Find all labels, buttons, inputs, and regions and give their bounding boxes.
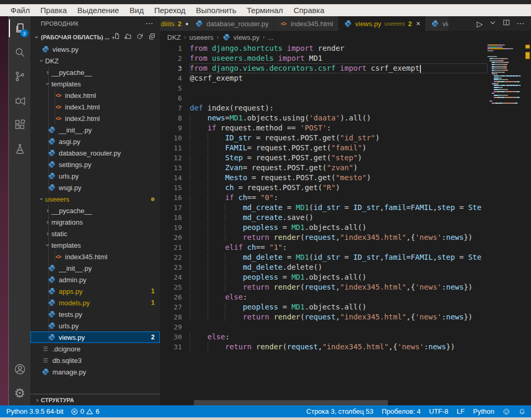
code-line-10[interactable]: 10 ID_str = request.POST.get("id_str") bbox=[160, 133, 487, 143]
python-interpreter-status[interactable]: Python 3.9.5 64-bit bbox=[6, 407, 63, 415]
code-line-21[interactable]: 21 elif ch== "1": bbox=[160, 242, 487, 252]
tree-item-DKZ[interactable]: ›DKZ bbox=[30, 55, 160, 67]
tab-vie[interactable]: vie bbox=[426, 16, 449, 31]
workspace-section-header[interactable]: › (РАБОЧАЯ ОБЛАСТЬ) ... bbox=[30, 31, 160, 43]
code-line-18[interactable]: 18 md_create.save() bbox=[160, 213, 487, 223]
code-line-8[interactable]: 8 news=MD1.objects.using('daata').all() bbox=[160, 113, 487, 123]
menu-item-выполнить[interactable]: Выполнить bbox=[191, 6, 242, 15]
breadcrumb-item-...[interactable]: ... bbox=[268, 34, 274, 41]
tree-item-asgi.py[interactable]: asgi.py bbox=[30, 136, 160, 147]
tree-item-index1.html[interactable]: <>index1.html bbox=[30, 101, 160, 113]
menu-item-терминал[interactable]: Терминал bbox=[242, 6, 288, 15]
tab-diiits[interactable]: diiits2● bbox=[160, 16, 190, 31]
tree-item-tests.py[interactable]: tests.py bbox=[30, 308, 160, 320]
menu-item-справка[interactable]: Справка bbox=[288, 6, 330, 15]
more-actions-icon[interactable]: ⋯ bbox=[516, 19, 525, 28]
tree-item-__pycache__[interactable]: ›__pycache__ bbox=[30, 205, 160, 216]
menu-item-правка[interactable]: Правка bbox=[35, 6, 72, 15]
tree-item-templates[interactable]: ›templates bbox=[30, 239, 160, 251]
code-line-9[interactable]: 9 if request.method == 'POST': bbox=[160, 123, 487, 133]
code-line-14[interactable]: 14 Mesto = request.POST.get("mesto") bbox=[160, 173, 487, 183]
code-line-5[interactable]: 5 bbox=[160, 83, 487, 93]
code-line-25[interactable]: 25 return render(request,"index345.html"… bbox=[160, 282, 487, 292]
code-line-23[interactable]: 23 md_delete.delete() bbox=[160, 262, 487, 272]
activity-settings-gear-icon[interactable]: ⚙ bbox=[9, 381, 30, 405]
code-line-20[interactable]: 20 return render(request,"index345.html"… bbox=[160, 233, 487, 242]
tree-item-settings.py[interactable]: settings.py bbox=[30, 159, 160, 170]
tab-database_roouter.py[interactable]: database_roouter.py bbox=[190, 16, 274, 31]
tree-item-apps.py[interactable]: apps.py1 bbox=[30, 285, 160, 297]
tab-views.py[interactable]: views.pyuseeers2× bbox=[339, 16, 426, 31]
code-line-13[interactable]: 13 Zvan= request.POST.get("zvan") bbox=[160, 163, 487, 173]
code-line-2[interactable]: 2from useeers.models import MD1 bbox=[160, 53, 487, 63]
refresh-icon[interactable] bbox=[136, 32, 144, 42]
tree-item-templates[interactable]: ›templates bbox=[30, 78, 160, 90]
code-line-31[interactable]: 31 return render(request,"index345.html"… bbox=[160, 342, 487, 352]
code-line-28[interactable]: 28 return render(request,"index345.html"… bbox=[160, 312, 487, 322]
code-line-12[interactable]: 12 Step = request.POST.get("step") bbox=[160, 153, 487, 163]
activity-run-debug-icon[interactable] bbox=[9, 89, 30, 113]
tree-item-static[interactable]: ›static bbox=[30, 228, 160, 239]
code-line-1[interactable]: 1from django.shortcuts import render bbox=[160, 43, 487, 53]
code-line-19[interactable]: 19 peopless = MD1.objects.all() bbox=[160, 223, 487, 233]
run-button[interactable]: ▷ bbox=[476, 20, 483, 28]
activity-testing-icon[interactable] bbox=[9, 137, 30, 161]
tree-item-views.py[interactable]: views.py bbox=[30, 43, 160, 55]
breadcrumb-item-views.py[interactable]: views.py bbox=[222, 34, 259, 41]
code-line-7[interactable]: 7def index(request): bbox=[160, 103, 487, 113]
tree-item-__init__.py[interactable]: __init__.py bbox=[30, 262, 160, 274]
tree-item-__init__.py[interactable]: __init__.py bbox=[30, 124, 160, 136]
tree-item-manage.py[interactable]: manage.py bbox=[30, 366, 160, 378]
tree-item-__pycache__[interactable]: ›__pycache__ bbox=[30, 67, 160, 78]
breadcrumb-item-DKZ[interactable]: DKZ bbox=[167, 34, 181, 41]
code-lines[interactable]: 1from django.shortcuts import render2fro… bbox=[160, 43, 487, 400]
activity-search-icon[interactable] bbox=[9, 40, 30, 64]
tree-item-db.sqlite3[interactable]: ☰db.sqlite3 bbox=[30, 355, 160, 366]
tree-item-wsgi.py[interactable]: wsgi.py bbox=[30, 182, 160, 193]
code-line-4[interactable]: 4@csrf_exempt bbox=[160, 73, 487, 83]
status-item-utf-8[interactable]: UTF-8 bbox=[429, 407, 449, 415]
activity-source-control-icon[interactable] bbox=[9, 64, 30, 89]
code-line-17[interactable]: 17 md_create = MD1(id_str = ID_str,famil… bbox=[160, 203, 487, 213]
activity-extensions-icon[interactable] bbox=[9, 113, 30, 137]
status-item-python[interactable]: Python bbox=[473, 407, 494, 415]
tree-item-admin.py[interactable]: admin.py bbox=[30, 274, 160, 285]
code-line-3[interactable]: 3from django.views.decorators.csrf impor… bbox=[160, 63, 487, 73]
code-line-22[interactable]: 22 md_delete = MD1(id_str = ID_str,famil… bbox=[160, 252, 487, 262]
outline-section-header[interactable]: › СТРУКТУРА bbox=[30, 394, 160, 405]
breadcrumb-item-useeers[interactable]: useeers bbox=[189, 34, 213, 41]
menu-item-файл[interactable]: Файл bbox=[5, 6, 35, 15]
tree-item-models.py[interactable]: models.py1 bbox=[30, 297, 160, 308]
menu-item-переход[interactable]: Переход bbox=[149, 6, 191, 15]
menu-item-выделение[interactable]: Выделение bbox=[72, 6, 124, 15]
tree-item-index345.html[interactable]: <>index345.html bbox=[30, 251, 160, 262]
new-folder-icon[interactable] bbox=[124, 32, 132, 42]
minimap[interactable] bbox=[487, 45, 524, 400]
split-editor-icon[interactable] bbox=[503, 19, 510, 28]
overview-ruler[interactable] bbox=[524, 43, 531, 405]
tree-item-migrations[interactable]: ›migrations bbox=[30, 216, 160, 228]
tree-item-index2.html[interactable]: <>index2.html bbox=[30, 113, 160, 124]
collapse-all-icon[interactable] bbox=[148, 32, 156, 42]
code-line-27[interactable]: 27 peopless = MD1.objects.all() bbox=[160, 302, 487, 312]
tree-item-index.html[interactable]: <>index.html bbox=[30, 90, 160, 101]
status-item-пробелов-4[interactable]: Пробелов: 4 bbox=[382, 407, 420, 415]
code-line-26[interactable]: 26 else: bbox=[160, 292, 487, 302]
code-line-11[interactable]: 11 FAMIL= request.POST.get("famil") bbox=[160, 143, 487, 153]
tree-item-.dcignore[interactable]: ☰.dcignore bbox=[30, 343, 160, 355]
activity-files-icon[interactable]: 2 bbox=[9, 16, 30, 40]
tree-item-urls.py[interactable]: urls.py bbox=[30, 320, 160, 331]
tree-item-database_roouter.py[interactable]: database_roouter.py bbox=[30, 147, 160, 159]
horizontal-scrollbar-thumb[interactable] bbox=[194, 400, 388, 405]
code-line-29[interactable]: 29 bbox=[160, 322, 487, 332]
code-line-30[interactable]: 30 else: bbox=[160, 332, 487, 342]
notifications-bell-icon[interactable] bbox=[518, 408, 526, 415]
status-item-lf[interactable]: LF bbox=[457, 407, 464, 415]
close-icon[interactable]: × bbox=[416, 20, 420, 27]
run-dropdown-icon[interactable] bbox=[489, 19, 496, 28]
explorer-more-actions-icon[interactable]: ⋯ bbox=[145, 19, 154, 28]
code-line-15[interactable]: 15 ch = request.POST.get("R") bbox=[160, 183, 487, 193]
horizontal-scrollbar[interactable] bbox=[190, 400, 487, 405]
activity-account-icon[interactable] bbox=[9, 357, 30, 381]
tree-item-useeers[interactable]: ›useeers bbox=[30, 193, 160, 205]
